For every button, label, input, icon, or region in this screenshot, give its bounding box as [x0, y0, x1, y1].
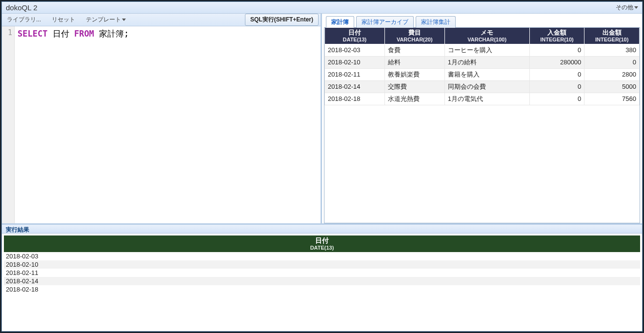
other-menu[interactable]: その他 [616, 3, 638, 12]
results-header: 実行結果 [2, 225, 642, 234]
top-panels: ライブラリ... リセット テンプレート SQL実行(SHIFT+Enter) … [2, 14, 642, 223]
table-cell: 2800 [584, 68, 640, 80]
reset-button[interactable]: リセット [49, 15, 78, 25]
result-cell: 2018-02-18 [4, 285, 640, 294]
tab-kakeibo[interactable]: 家計簿 [326, 16, 354, 28]
table-cell: 0 [529, 80, 584, 93]
column-header[interactable]: 日付DATE(13) [325, 28, 385, 44]
results-body[interactable]: 日付DATE(13)2018-02-032018-02-102018-02-11… [2, 234, 642, 331]
table-tabs: 家計簿 家計簿アーカイブ 家計簿集計 [324, 16, 640, 27]
data-panel: 家計簿 家計簿アーカイブ 家計簿集計 日付DATE(13)費目VARCHAR(2… [322, 14, 642, 223]
app-title: dokoQL 2 [6, 3, 38, 12]
table-cell: 2018-02-18 [325, 93, 385, 105]
table-cell: 2018-02-14 [325, 80, 385, 93]
table-cell: 5000 [584, 80, 640, 93]
table-cell: 水道光熱費 [384, 93, 444, 105]
result-row[interactable]: 2018-02-03 [4, 252, 640, 260]
table-cell: 0 [529, 68, 584, 80]
table-row[interactable]: 2018-02-03食費コーヒーを購入0380 [325, 44, 640, 56]
result-row[interactable]: 2018-02-14 [4, 277, 640, 285]
column-header[interactable]: 出金額INTEGER(10) [584, 28, 640, 44]
line-gutter: 1 [2, 26, 15, 223]
table-cell: 食費 [384, 44, 444, 56]
tab-kakeibo-summary[interactable]: 家計簿集計 [416, 16, 456, 28]
result-cell: 2018-02-11 [4, 269, 640, 277]
schema-table: 日付DATE(13)費目VARCHAR(20)メモVARCHAR(100)入金額… [324, 28, 640, 105]
result-row[interactable]: 2018-02-10 [4, 260, 640, 269]
results-panel: 実行結果 日付DATE(13)2018-02-032018-02-102018-… [2, 223, 642, 331]
result-row[interactable]: 2018-02-18 [4, 285, 640, 294]
table-row[interactable]: 2018-02-14交際費同期会の会費05000 [325, 80, 640, 93]
table-cell: コーヒーを購入 [444, 44, 529, 56]
table-cell: 280000 [529, 56, 584, 68]
table-cell: 380 [584, 44, 640, 56]
table-cell: 給料 [384, 56, 444, 68]
table-row[interactable]: 2018-02-10給料1月の給料2800000 [325, 56, 640, 68]
table-cell: 0 [584, 56, 640, 68]
table-row[interactable]: 2018-02-11教養娯楽費書籍を購入02800 [325, 68, 640, 80]
library-button[interactable]: ライブラリ... [4, 15, 44, 25]
result-cell: 2018-02-03 [4, 252, 640, 260]
editor-toolbar: ライブラリ... リセット テンプレート SQL実行(SHIFT+Enter) [2, 14, 321, 26]
sql-code: SELECT 日付 FROM 家計簿; [15, 26, 132, 223]
table-cell: 7560 [584, 93, 640, 105]
caret-down-icon [634, 6, 638, 9]
sql-editor[interactable]: 1 SELECT 日付 FROM 家計簿; [2, 26, 321, 223]
table-cell: 2018-02-10 [325, 56, 385, 68]
result-row[interactable]: 2018-02-11 [4, 269, 640, 277]
tab-kakeibo-archive[interactable]: 家計簿アーカイブ [356, 16, 414, 28]
result-cell: 2018-02-14 [4, 277, 640, 285]
other-menu-label: その他 [616, 3, 633, 12]
table-cell: 0 [529, 44, 584, 56]
table-cell: 同期会の会費 [444, 80, 529, 93]
table-cell: 2018-02-11 [325, 68, 385, 80]
titlebar: dokoQL 2 その他 [2, 2, 642, 14]
app-window: dokoQL 2 その他 ライブラリ... リセット テンプレート SQL実行(… [1, 1, 643, 332]
column-header[interactable]: 費目VARCHAR(20) [384, 28, 444, 44]
table-cell: 交際費 [384, 80, 444, 93]
result-table: 日付DATE(13)2018-02-032018-02-102018-02-11… [4, 235, 640, 294]
result-column-header[interactable]: 日付DATE(13) [4, 235, 640, 252]
caret-down-icon [122, 19, 126, 21]
result-cell: 2018-02-10 [4, 260, 640, 269]
editor-panel: ライブラリ... リセット テンプレート SQL実行(SHIFT+Enter) … [2, 14, 322, 223]
table-cell: 教養娯楽費 [384, 68, 444, 80]
column-header[interactable]: メモVARCHAR(100) [444, 28, 529, 44]
template-button[interactable]: テンプレート [83, 15, 129, 25]
table-cell: 1月の給料 [444, 56, 529, 68]
table-cell: 0 [529, 93, 584, 105]
table-cell: 書籍を購入 [444, 68, 529, 80]
table-view[interactable]: 日付DATE(13)費目VARCHAR(20)メモVARCHAR(100)入金額… [324, 27, 640, 223]
column-header[interactable]: 入金額INTEGER(10) [529, 28, 584, 44]
run-sql-button[interactable]: SQL実行(SHIFT+Enter) [245, 14, 319, 26]
table-row[interactable]: 2018-02-18水道光熱費1月の電気代07560 [325, 93, 640, 105]
table-cell: 2018-02-03 [325, 44, 385, 56]
table-cell: 1月の電気代 [444, 93, 529, 105]
